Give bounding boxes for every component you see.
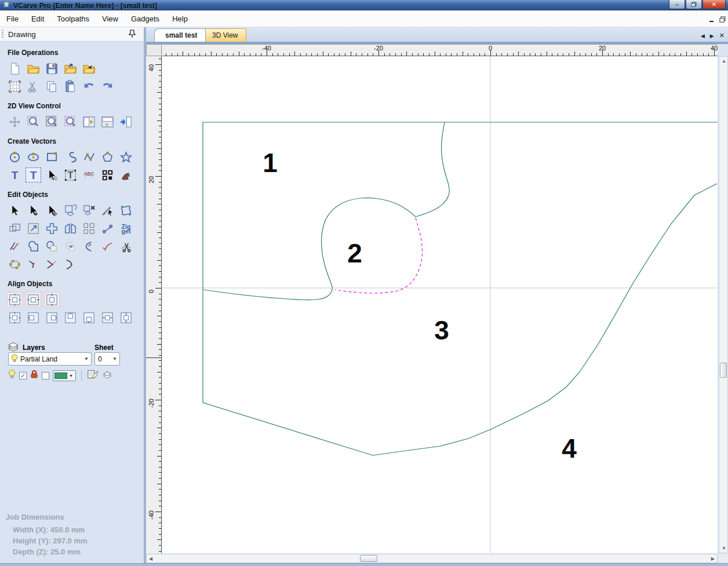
open-file-button[interactable] (26, 61, 41, 76)
sheet-manager-icon[interactable] (102, 370, 112, 381)
menu-toolpaths[interactable]: Toolpaths (50, 10, 96, 27)
redo-button[interactable] (100, 79, 115, 94)
region-label-2[interactable]: 2 (347, 238, 362, 269)
vector-sheet-outline[interactable] (203, 122, 718, 455)
horizontal-scrollbar[interactable]: ◀ ▶ (146, 554, 718, 563)
nesting-tool-button[interactable]: Zigget (118, 221, 134, 236)
align-center-v-button[interactable] (118, 310, 134, 325)
array-copy-button[interactable] (81, 221, 97, 236)
align-right-button[interactable] (44, 310, 60, 325)
align-center-v-material-button[interactable] (44, 292, 60, 307)
region-label-4[interactable]: 4 (562, 433, 577, 464)
region-label-3[interactable]: 3 (434, 315, 449, 346)
scroll-down-icon[interactable]: ▼ (722, 546, 726, 551)
weld-line-button[interactable] (7, 239, 23, 254)
vector-wavy-divider[interactable] (416, 122, 449, 217)
minimize-button[interactable]: – (669, 0, 685, 9)
pan-button[interactable] (7, 114, 23, 129)
zoom-drawing-button[interactable] (44, 114, 60, 129)
sheet-dropdown[interactable]: 0 ▼ (94, 352, 120, 366)
ruler-marker[interactable] (146, 357, 162, 358)
lock-icon[interactable] (30, 370, 38, 381)
align-center-h-material-button[interactable] (26, 292, 41, 307)
region-label-1[interactable]: 1 (263, 147, 278, 178)
undo-button[interactable] (81, 79, 97, 94)
measure-tool-button[interactable] (100, 203, 115, 218)
menu-file[interactable]: File (0, 10, 25, 27)
mdi-minimize-icon[interactable] (709, 14, 715, 25)
close-button[interactable]: ✕ (702, 0, 726, 9)
tab-3d-view[interactable]: 3D View (201, 28, 246, 42)
select-tool-button[interactable] (7, 203, 23, 218)
copy-button[interactable] (44, 79, 60, 94)
ungroup-objects-button[interactable] (81, 203, 97, 218)
cut-button[interactable] (26, 79, 41, 94)
edit-layers-icon[interactable] (87, 369, 99, 382)
draw-star-button[interactable] (118, 149, 134, 165)
weld-union-button[interactable] (26, 239, 41, 254)
join-vectors-button[interactable] (100, 221, 115, 236)
switch-view-button[interactable] (118, 114, 134, 129)
new-file-button[interactable] (7, 61, 23, 76)
edit-text-tool-button[interactable]: AB (44, 167, 60, 182)
offset-tool-button[interactable] (7, 221, 23, 236)
node-shape-button[interactable] (7, 257, 23, 272)
menu-view[interactable]: View (96, 10, 125, 27)
align-center-h-button[interactable] (100, 310, 115, 325)
save-file-button[interactable] (44, 61, 60, 76)
layer-dropdown[interactable]: Partial Land ▼ (8, 352, 92, 366)
align-bottom-button[interactable] (81, 310, 97, 325)
horizontal-scroll-thumb[interactable] (360, 555, 377, 562)
mirror-tool-button[interactable] (63, 221, 78, 236)
join-open-move-button[interactable] (26, 257, 41, 272)
zoom-selected-button[interactable] (63, 114, 78, 129)
layer-visibility-icon[interactable] (8, 370, 16, 381)
menu-help[interactable]: Help (166, 10, 194, 27)
move-tool-button[interactable] (44, 203, 60, 218)
tab-next-icon[interactable]: ▶ (710, 33, 714, 39)
scroll-left-icon[interactable]: ◀ (149, 556, 152, 561)
import-vectors-button[interactable] (63, 61, 78, 76)
scroll-right-icon[interactable]: ▶ (711, 556, 715, 561)
tab-prev-icon[interactable]: ◀ (701, 33, 705, 39)
tab-small-test[interactable]: small test (154, 28, 206, 42)
scroll-up-icon[interactable]: ▲ (722, 59, 726, 64)
drawing-canvas[interactable]: 1234 (162, 56, 718, 553)
scale-tool-button[interactable] (26, 221, 41, 236)
draw-circle-button[interactable] (7, 149, 23, 165)
qr-code-button[interactable] (100, 167, 115, 182)
paste-button[interactable] (63, 79, 78, 94)
draw-text-button[interactable]: T (7, 167, 23, 182)
export-vectors-button[interactable] (81, 61, 97, 76)
distort-tool-button[interactable] (118, 203, 134, 218)
fillet-tool-button[interactable] (100, 239, 115, 254)
layer-color-button[interactable]: ▼ (53, 370, 76, 381)
text-on-curve-button[interactable]: ABC (81, 167, 97, 182)
vector-lower-divider[interactable] (203, 283, 332, 300)
mdi-restore-icon[interactable] (719, 14, 726, 25)
cut-vector-button[interactable] (118, 239, 134, 254)
center-tool-button[interactable] (44, 221, 60, 236)
align-left-button[interactable] (26, 310, 41, 325)
join-open-curve-button[interactable] (63, 257, 78, 272)
draw-polyline-button[interactable] (81, 149, 97, 165)
draw-ellipse-button[interactable] (26, 149, 41, 165)
view-toggle-horizontal-button[interactable] (100, 114, 115, 129)
align-center-sel-button[interactable] (7, 310, 23, 325)
trace-bitmap-button[interactable] (118, 167, 134, 182)
draw-text-box-button[interactable]: T (26, 167, 41, 182)
layer-lock-checkbox[interactable] (42, 372, 49, 379)
draw-polygon-button[interactable] (100, 149, 115, 165)
menu-edit[interactable]: Edit (25, 10, 50, 27)
panel-grip[interactable] (2, 30, 3, 39)
tab-close-icon[interactable]: ✕ (719, 32, 725, 39)
weld-subtract-button[interactable] (44, 239, 60, 254)
draw-curve-button[interactable] (63, 149, 78, 165)
zoom-box-button[interactable] (26, 114, 41, 129)
weld-intersect-button[interactable] (63, 239, 78, 254)
draw-rectangle-button[interactable] (44, 149, 60, 165)
vertical-scroll-thumb[interactable] (720, 363, 727, 378)
group-objects-button[interactable] (63, 203, 78, 218)
vertical-scrollbar[interactable]: ▲ ▼ (719, 56, 728, 553)
layer-visible-checkbox[interactable]: ✓ (19, 372, 27, 379)
